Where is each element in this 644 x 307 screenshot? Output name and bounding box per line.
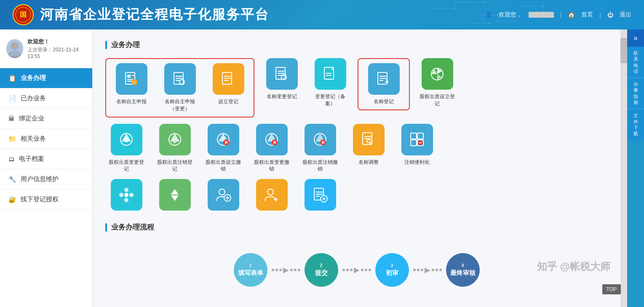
biz-label-cancel-easy: 注销便利化 [404, 159, 430, 166]
biz-label-establish: 设立登记 [218, 98, 238, 105]
workflow-step-1: 1 填写表单 [234, 253, 267, 287]
top-button[interactable]: TOP [602, 284, 621, 294]
step1-number: 1 [249, 263, 251, 268]
svg-marker-90 [171, 195, 179, 201]
step-arrow-1: ▶ [272, 265, 300, 275]
header-logout-link[interactable]: 退出 [620, 11, 631, 19]
sidebar-item-related[interactable]: 📁 相关业务 [0, 129, 92, 149]
biz-label-name-reg: 名称登记 [374, 98, 394, 105]
biz-label-name-self-change: 名称自主申报（变更） [161, 98, 199, 112]
workflow-steps: 1 填写表单 ▶ 2 提交 ▶ 3 初审 [105, 240, 608, 299]
biz-icon-equity-cancel-revoke [305, 124, 336, 155]
sidebar-user-info: 欢迎您！ 上次登录：2021-11-24 13:55 [0, 29, 92, 68]
workflow-step-4: 4 最终审核 [446, 253, 480, 287]
step4-label: 最终审核 [450, 269, 476, 277]
biz-flower[interactable] [105, 179, 147, 214]
step-arrow-3: ▶ [413, 265, 442, 275]
biz-updown[interactable] [154, 179, 196, 214]
biz-icon-equity-change-revoke [256, 124, 288, 155]
workflow-step-3: 3 初审 [375, 253, 409, 287]
biz-label-name-adjust: 名称调整 [358, 159, 379, 166]
right-contact-btn[interactable]: 联系电话 [627, 47, 644, 78]
svg-point-85 [124, 188, 128, 192]
biz-equity-change-revoke[interactable]: 股权出质变更撤销 [251, 124, 293, 173]
svg-text:国: 国 [20, 11, 27, 18]
step1-label: 填写表单 [238, 269, 263, 277]
sidebar-label-done: 已办业务 [21, 94, 46, 102]
sidebar-label-business: 业务办理 [21, 74, 46, 82]
sidebar-item-done[interactable]: 📄 已办业务 [0, 88, 92, 109]
sidebar-label-related: 相关业务 [21, 135, 46, 143]
avatar [6, 39, 23, 58]
svg-marker-89 [171, 189, 179, 195]
sidebar-item-offline[interactable]: 🔐 线下登记授权 [0, 190, 92, 210]
step4-number: 4 [461, 263, 464, 268]
biz-equity-establish[interactable]: 股权出质设立登记 [416, 58, 458, 107]
scrollbar[interactable] [620, 29, 627, 307]
svg-text:−: − [283, 75, 285, 80]
biz-name-reg[interactable]: 名称登记 [363, 63, 405, 105]
biz-doc-add[interactable] [299, 179, 341, 214]
svg-point-22 [9, 51, 20, 56]
biz-icon-flower [111, 179, 142, 211]
workflow-section-title: 业务办理流程 [105, 222, 608, 232]
svg-point-21 [12, 43, 17, 48]
svg-rect-24 [127, 75, 131, 78]
sidebar-item-archive[interactable]: 🗂 电子档案 [0, 149, 92, 169]
header-decoration [433, 0, 560, 29]
biz-name-self-report[interactable]: + 名称自主申报 [110, 63, 152, 112]
biz-label-name-self: 名称自主申报 [116, 98, 147, 105]
sidebar: 欢迎您！ 上次登录：2021-11-24 13:55 📋 业务办理 📄 已办业务… [0, 29, 93, 307]
biz-person-add[interactable] [202, 179, 244, 214]
biz-establish[interactable]: 设立登记 [207, 63, 249, 112]
svg-point-95 [267, 189, 273, 195]
right-expand-btn[interactable]: » [627, 29, 644, 47]
bind-icon: 🏛 [8, 115, 15, 122]
step-arrow-2: ▶ [342, 265, 371, 275]
biz-icon-equity-establish [422, 58, 453, 90]
biz-icon-equity-change: − [111, 124, 142, 155]
header-home-link[interactable]: 首页 [581, 11, 593, 19]
biz-name-adjust[interactable]: 名称调整 [347, 124, 390, 173]
biz-name-self-change[interactable]: − 名称自主申报（变更） [159, 63, 201, 112]
right-download-btn[interactable]: 文件下载 [627, 109, 644, 140]
step3-number: 3 [390, 263, 393, 268]
biz-name-change[interactable]: − 名称变更登记 [261, 58, 303, 100]
right-guide-btn[interactable]: 办事指南 [627, 78, 644, 109]
done-icon: 📄 [8, 95, 16, 102]
biz-equity-cancel-revoke[interactable]: 股权出质注销撤销 [299, 124, 341, 173]
biz-cancel-easy[interactable]: 注销便利化 [396, 124, 438, 173]
biz-equity-cancel[interactable]: 股权出质注销登记 [154, 124, 196, 173]
scroll-thumb[interactable] [620, 38, 627, 63]
svg-point-4 [484, 1, 486, 3]
sidebar-label-archive: 电子档案 [19, 155, 44, 163]
biz-icon-establish [213, 63, 244, 95]
sidebar-item-business[interactable]: 📋 业务办理 [0, 68, 92, 88]
userinfo-icon: 🔧 [8, 176, 16, 183]
step2-label: 提交 [315, 269, 328, 277]
svg-rect-78 [411, 133, 417, 139]
sidebar-label-userinfo: 用户信息维护 [21, 175, 59, 183]
biz-equity-change[interactable]: − 股权出质变更登记 [105, 124, 147, 173]
svg-point-91 [219, 189, 225, 195]
biz-label-equity-est-revoke: 股权出质设立撤销 [204, 159, 242, 173]
biz-equity-est-revoke[interactable]: 股权出质设立撤销 [202, 124, 244, 173]
svg-point-87 [119, 193, 123, 197]
biz-icon-name-self: + [116, 63, 147, 95]
sidebar-label-bind: 绑定企业 [19, 115, 44, 123]
biz-icon-name-reg [368, 63, 400, 95]
svg-rect-80 [411, 140, 417, 146]
biz-label-change-record: 变更登记（备案） [311, 93, 349, 107]
header-title: 河南省企业登记全程电子化服务平台 [40, 5, 485, 24]
biz-label-equity-cancel: 股权出质注销登记 [156, 159, 194, 173]
sidebar-item-bind[interactable]: 🏛 绑定企业 [0, 109, 92, 129]
biz-label-equity-cancel-revoke: 股权出质注销撤销 [301, 159, 339, 173]
biz-change-record[interactable]: 变更登记（备案） [309, 58, 351, 107]
biz-icon-cancel-easy [401, 124, 433, 155]
related-icon: 📁 [8, 135, 16, 143]
sidebar-item-userinfo[interactable]: 🔧 用户信息维护 [0, 169, 92, 190]
header-divider2: | [599, 11, 601, 18]
header-home-icon: 🏠 [568, 11, 575, 18]
main-content: 业务办理 + [93, 29, 620, 307]
biz-person-change[interactable] [251, 179, 293, 214]
